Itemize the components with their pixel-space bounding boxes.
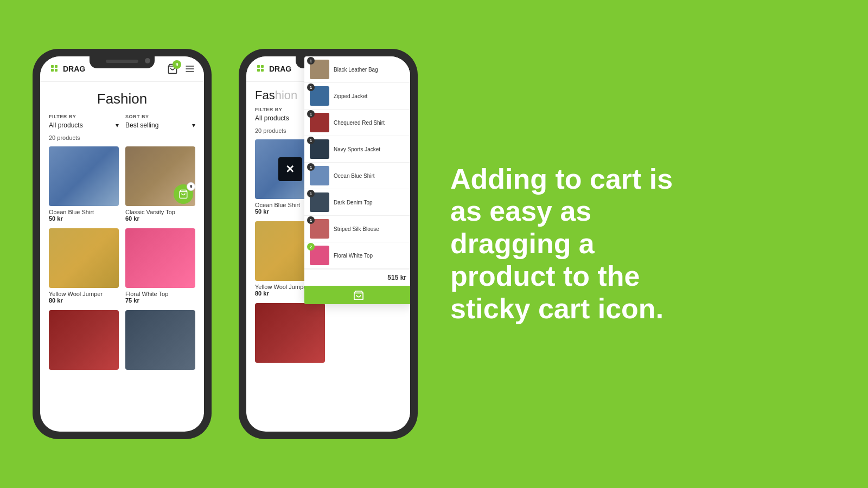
- cart-thumb-1: 1: [310, 60, 329, 79]
- checkout-button[interactable]: [304, 286, 410, 304]
- product-price-4: 75 kr: [125, 297, 195, 304]
- cart-float-button[interactable]: 9: [174, 184, 193, 204]
- promo-line2: as easy as: [450, 195, 591, 227]
- filter-group-left: FILTER BY All products ▾: [49, 114, 119, 129]
- cart-thumb-8: 2: [310, 246, 329, 265]
- app-logo-left: DRAG: [49, 63, 85, 75]
- cart-wrapper-left[interactable]: 9: [167, 63, 178, 74]
- cart-float-badge: 9: [187, 182, 195, 191]
- cart-dropdown: 1 Black Leather Bag 1 Zipped Jacket 1: [304, 56, 410, 304]
- cart-name-1: Black Leather Bag: [334, 66, 378, 73]
- phone-speaker: [106, 60, 138, 63]
- product-grid-left: Ocean Blue Shirt 50 kr 9: [49, 146, 195, 370]
- cart-item-chequered: 1 Chequered Red Shirt: [304, 110, 410, 136]
- product-price-1: 50 kr: [49, 215, 119, 222]
- svg-rect-12: [261, 69, 264, 72]
- cart-total: 515 kr: [304, 269, 410, 286]
- page-title-left: Fashion: [49, 82, 195, 114]
- product-card-floral[interactable]: Floral White Top 75 kr: [125, 228, 195, 304]
- sort-group-left: SORT BY Best selling ▾: [125, 114, 195, 129]
- product-img-placeholder-6: [125, 310, 195, 370]
- cart-thumb-4: 1: [310, 139, 329, 159]
- sort-select-left[interactable]: Best selling ▾: [125, 121, 195, 129]
- product-img-floral: [125, 228, 195, 288]
- left-phone-screen: DRAG 9: [40, 56, 204, 432]
- product-card-yellow-wool[interactable]: Yellow Wool Jumper 80 kr: [49, 228, 119, 304]
- cart-thumb-6: 1: [310, 192, 329, 212]
- product-card-varsity[interactable]: 9 Classic Varsity Top 60 kr: [125, 146, 195, 222]
- cart-item-ocean-blue: 1 Ocean Blue Shirt: [304, 163, 410, 189]
- page-content-left: Fashion FILTER BY All products ▾ SORT BY…: [40, 82, 204, 430]
- cart-name-3: Chequered Red Shirt: [334, 119, 385, 126]
- cart-thumb-7: 1: [310, 219, 329, 239]
- product-img-yellow-wool: [49, 228, 119, 288]
- product-img-right-5: [255, 303, 325, 363]
- cart-badge-8: 2: [307, 243, 315, 251]
- svg-rect-2: [51, 69, 54, 72]
- promo-line3: dragging a: [450, 228, 595, 259]
- svg-rect-11: [257, 69, 260, 72]
- cart-name-8: Floral White Top: [334, 252, 373, 259]
- svg-rect-1: [55, 65, 58, 68]
- product-img-placeholder-3: [49, 228, 119, 288]
- svg-rect-9: [257, 65, 260, 68]
- filter-value-right: All products: [255, 114, 289, 122]
- product-card-right-5[interactable]: [255, 303, 325, 363]
- cart-badge-2: 1: [307, 84, 315, 91]
- cart-badge-6: 1: [307, 190, 315, 197]
- product-name-4: Floral White Top: [125, 291, 195, 297]
- filter-select-left[interactable]: All products ▾: [49, 121, 119, 129]
- product-count-left: 20 products: [49, 134, 195, 141]
- product-img-denim: [125, 310, 195, 370]
- phone-camera: [145, 58, 150, 63]
- product-price-2: 60 kr: [125, 215, 195, 222]
- logo-icon-right: [255, 63, 267, 75]
- svg-rect-0: [51, 65, 54, 68]
- product-card-checkered[interactable]: [49, 310, 119, 370]
- promo-line1: Adding to cart is: [450, 163, 673, 195]
- cart-name-7: Striped Silk Blouse: [334, 226, 379, 233]
- logo-text-left: DRAG: [63, 65, 85, 73]
- chevron-down-icon-sort: ▾: [192, 121, 195, 129]
- svg-rect-10: [261, 65, 264, 68]
- app-bar-right-left: 9: [167, 63, 195, 74]
- product-img-varsity: 9: [125, 146, 195, 206]
- cart-badge-3: 1: [307, 110, 315, 118]
- cart-name-4: Navy Sports Jacket: [334, 146, 380, 153]
- cart-item-striped-silk: 1 Striped Silk Blouse: [304, 216, 410, 242]
- cart-item-navy-sports: 1 Navy Sports Jacket: [304, 136, 410, 163]
- cart-badge-5: 1: [307, 163, 315, 171]
- cart-name-5: Ocean Blue Shirt: [334, 172, 375, 179]
- cart-item-zipped-jacket: 1 Zipped Jacket: [304, 83, 410, 110]
- cart-thumb-3: 1: [310, 113, 329, 132]
- cart-thumb-2: 1: [310, 86, 329, 106]
- cart-thumb-5: 1: [310, 166, 329, 185]
- cart-name-6: Dark Denim Top: [334, 199, 373, 206]
- promo-line5: sticky cart icon.: [450, 293, 663, 324]
- product-name-1: Ocean Blue Shirt: [49, 209, 119, 215]
- promo-line4: product to the: [450, 260, 640, 292]
- cart-item-dark-denim: 1 Dark Denim Top: [304, 189, 410, 216]
- product-img-ph-r5: [255, 303, 325, 363]
- cart-item-black-leather: 1 Black Leather Bag: [304, 56, 410, 83]
- menu-icon-left[interactable]: [184, 63, 195, 74]
- product-img-ocean-blue: [49, 146, 119, 206]
- product-img-placeholder-4: [125, 228, 195, 288]
- cart-badge-1: 1: [307, 57, 315, 65]
- product-card-ocean-blue[interactable]: Ocean Blue Shirt 50 kr: [49, 146, 119, 222]
- app-logo-right: DRAG: [255, 63, 291, 75]
- svg-rect-3: [55, 69, 58, 72]
- product-img-placeholder-5: [49, 310, 119, 370]
- logo-text-right: DRAG: [269, 65, 291, 73]
- product-price-3: 80 kr: [49, 297, 119, 304]
- product-card-denim[interactable]: [125, 310, 195, 370]
- left-phone: DRAG 9: [33, 49, 212, 439]
- right-phone: DRAG: [239, 49, 418, 439]
- promo-section: Adding to cart is as easy as dragging a …: [418, 163, 835, 325]
- sort-label-left: SORT BY: [125, 114, 195, 119]
- logo-icon-left: [49, 63, 61, 75]
- product-img-checkered: [49, 310, 119, 370]
- filter-label-left: FILTER BY: [49, 114, 119, 119]
- promo-heading: Adding to cart is as easy as dragging a …: [450, 163, 803, 325]
- sort-value-left: Best selling: [125, 121, 158, 129]
